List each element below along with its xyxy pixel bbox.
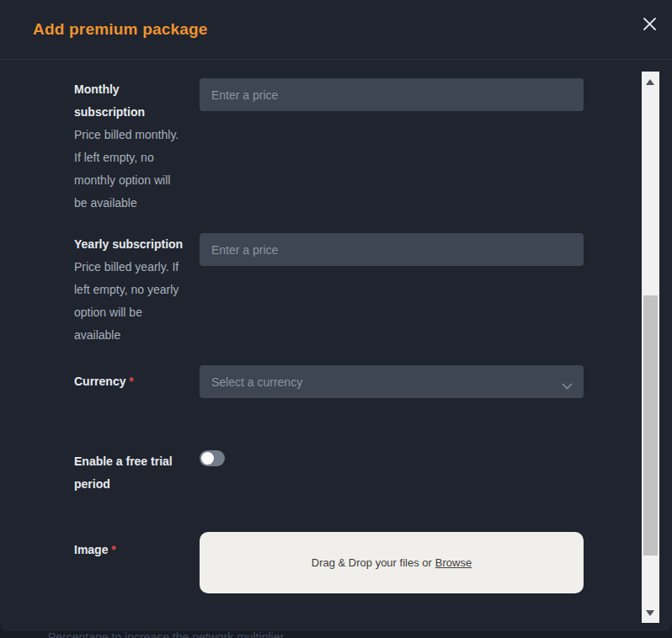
field-control: Select a currency [200,365,584,398]
toggle-knob [201,452,214,465]
browse-link[interactable]: Browse [435,556,472,569]
close-icon [643,17,657,34]
field-control: Drag & Drop your files or Browse [200,532,584,593]
modal-title: Add premium package [33,20,208,39]
field-label-text: Image [74,543,108,556]
field-label-free-trial: Enable a free trial period [74,450,200,496]
modal-body: Monthly subscription Price billed monthl… [0,60,672,593]
field-label-text: Currency [74,375,125,388]
background-page-text: Percentage to increase the network multi… [48,630,284,638]
field-label-yearly-subscription: Yearly subscription Price billed yearly.… [74,233,200,347]
field-label-monthly-subscription: Monthly subscription Price billed monthl… [74,78,200,215]
currency-select-placeholder: Select a currency [211,375,302,389]
required-asterisk: * [129,375,133,388]
field-control [200,233,584,347]
yearly-price-input[interactable] [200,233,584,266]
field-label-text: Monthly subscription [74,78,186,124]
monthly-price-input[interactable] [200,78,584,111]
field-row-yearly-subscription: Yearly subscription Price billed yearly.… [74,233,584,347]
image-dropzone[interactable]: Drag & Drop your files or Browse [200,532,584,593]
dropzone-text: Drag & Drop your files or [312,556,432,569]
field-control [200,78,584,215]
scrollbar-down-arrow-icon[interactable] [646,610,654,616]
field-label-image: Image * [74,532,200,593]
field-control [200,450,584,496]
close-button[interactable] [640,16,659,35]
modal-header: Add premium package [0,0,672,60]
scrollbar-thumb[interactable] [643,295,658,556]
field-row-monthly-subscription: Monthly subscription Price billed monthl… [74,78,584,215]
field-label-currency: Currency * [74,365,200,398]
field-label-text: Yearly subscription [74,233,186,256]
chevron-down-icon [562,379,573,392]
field-label-text: Enable a free trial period [74,450,186,496]
add-premium-package-modal: Add premium package Monthly subscription… [0,0,672,631]
field-row-free-trial: Enable a free trial period [74,450,584,496]
required-asterisk: * [111,543,115,556]
free-trial-toggle[interactable] [200,450,225,466]
field-row-currency: Currency * Select a currency [74,365,584,398]
field-description: Price billed monthly. If left empty, no … [74,124,186,215]
currency-select[interactable]: Select a currency [200,365,584,398]
field-description: Price billed yearly. If left empty, no y… [74,256,186,347]
scrollbar-up-arrow-icon[interactable] [646,79,654,85]
field-row-image: Image * Drag & Drop your files or Browse [74,532,584,593]
